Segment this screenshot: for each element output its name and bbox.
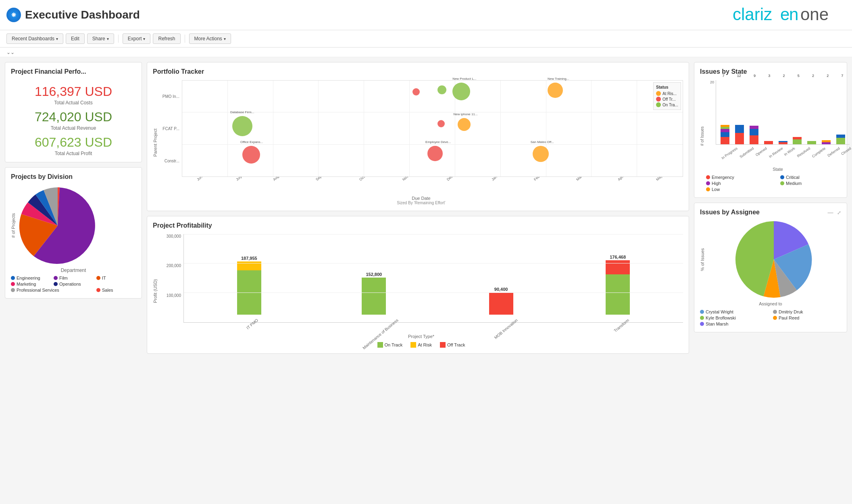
total-costs: 116,397 USD Total Actual Costs (11, 84, 136, 106)
share-button[interactable]: Share ▾ (87, 33, 114, 44)
assignee-header: Issues by Assignee — ⤢ (700, 209, 841, 216)
total-revenue: 724,020 USD Total Actual Revenue (11, 110, 136, 131)
collapse-icon[interactable]: ⌄⌄ (6, 50, 15, 55)
total-profit: 607,623 USD Total Actual Profit (11, 135, 136, 156)
x-closed: Closed (840, 146, 852, 156)
total-profit-label: Total Actual Profit (11, 151, 136, 156)
it-label: IT (102, 276, 106, 280)
crystal-dot (700, 310, 704, 314)
x-march: March... (575, 177, 588, 182)
svg-text:clariz: clariz (733, 5, 772, 24)
svg-text:e: e (780, 5, 790, 24)
bubble-red-office: Office Expans... (242, 146, 260, 164)
more-actions-button[interactable]: More Actions ▾ (189, 33, 231, 44)
x-september: Septem... (315, 177, 329, 182)
chevron-down-icon: ▾ (56, 37, 58, 41)
legend-operations: Operations (54, 282, 93, 286)
on-track-swatch (377, 342, 383, 348)
left-column: Project Financial Perfo... 116,397 USD T… (5, 62, 142, 354)
transform-label: Transform (613, 318, 630, 333)
tick-300k: 300,000 (159, 234, 181, 239)
low-label: Low (712, 187, 720, 192)
on-track-dot (656, 102, 661, 107)
expand-button[interactable]: ⤢ (837, 210, 841, 216)
bar-submitted (735, 125, 744, 144)
export-button[interactable]: Export ▾ (123, 33, 151, 44)
stan-label: Stan Marsh (706, 321, 728, 326)
crystal-label: Crystal Wright (706, 309, 733, 314)
issues-state-chart: 20 7 12 9 3 (706, 80, 850, 192)
prof-services-dot (11, 288, 15, 292)
bar-in-work (779, 141, 787, 144)
x-february: Februa... (533, 177, 547, 182)
marketing-dot (11, 282, 15, 286)
edit-button[interactable]: Edit (66, 33, 85, 44)
issues-state-wrapper: # of Issues 20 7 (700, 80, 841, 192)
legend-at-risk: At Risk (410, 342, 432, 348)
x-august: August... (272, 177, 286, 182)
count-in-progress: 7 (723, 74, 725, 78)
chevron-down-icon: ▾ (143, 37, 145, 41)
bar-in-progress (721, 125, 729, 144)
count-deferred: 2 (827, 74, 829, 78)
legend-kyle: Kyle Broflowski (700, 315, 768, 320)
header: ❋ Executive Dashboard clariz e ̇ n one (0, 0, 852, 30)
mob-innovation-red (489, 292, 513, 315)
count-resolved: 5 (798, 74, 800, 78)
portfolio-y-label: Parent Project (153, 80, 158, 205)
on-track-label: On Track (385, 342, 403, 347)
refresh-button[interactable]: Refresh (153, 33, 180, 44)
tick-100k: 100,000 (159, 293, 181, 298)
toolbar-divider (118, 35, 119, 43)
x-january: Januar... (491, 177, 504, 182)
recent-dashboards-button[interactable]: Recent Dashboards ▾ (6, 33, 63, 44)
x-july: July... (235, 177, 245, 182)
legend-high: High (706, 181, 775, 186)
x-in-progress: In Progress (721, 146, 738, 160)
minimize-button[interactable]: — (827, 209, 833, 216)
bubble-red-fcat (437, 120, 445, 127)
off-track-swatch (440, 342, 446, 348)
profitability-bars: 187,955 IT PMO 152,800 (184, 234, 683, 322)
total-profit-value: 607,623 USD (11, 135, 136, 150)
chevron-down-icon: ▾ (107, 37, 109, 41)
legend-crystal-wright: Crystal Wright (700, 309, 768, 314)
bar-mob: 152,800 Maintenance of Business (351, 272, 396, 322)
tick-200k: 200,000 (159, 263, 181, 268)
kyle-label: Kyle Broflowski (706, 315, 736, 320)
prof-services-label: Professional Services (17, 288, 59, 292)
state-tick-20: 20 (706, 80, 714, 84)
count-in-work: 2 (783, 74, 785, 78)
count-in-review: 3 (768, 74, 770, 78)
portfolio-tracker-card: Portfolio Tracker Parent Project PMO In.… (147, 62, 689, 211)
legend-on-track: On Tra... (656, 102, 678, 107)
legend-professional-services: Professional Services (11, 288, 93, 292)
portfolio-grid: PMO In... FCAT P... Constr... (159, 80, 683, 177)
division-legend: Engineering Film IT Marketing Operations (11, 276, 136, 292)
app-icon: ❋ (6, 8, 21, 22)
paul-dot (773, 316, 777, 320)
state-x-labels: In Progress Submitted Opened In Review I… (717, 145, 850, 167)
x-june: June... (196, 177, 207, 182)
bar-complete (807, 141, 816, 144)
bubble-green-database: Database Firm... (232, 116, 252, 136)
bar-opened (750, 126, 758, 144)
operations-dot (54, 282, 58, 286)
transform-stack (606, 260, 630, 315)
svg-text:n: n (789, 5, 798, 24)
total-revenue-label: Total Actual Revenue (11, 125, 136, 131)
profitability-bar-wrapper: 300,000 200,000 100,000 (159, 234, 683, 323)
total-costs-value: 116,397 USD (11, 84, 136, 99)
marketing-label: Marketing (17, 282, 36, 286)
assignee-chart-wrapper: % of Issues (700, 219, 841, 300)
chevron-down-icon: ▾ (224, 37, 226, 41)
emergency-dot (706, 175, 710, 179)
project-profitability-card: Project Profitability Profit (USD) 300,0… (147, 216, 689, 354)
state-legend: Emergency Critical High Medium (706, 175, 850, 192)
projects-by-division-card: Projects by Division # of Projects (5, 167, 142, 299)
assignee-header-controls: — ⤢ (827, 209, 841, 216)
paul-label: Paul Reed (779, 315, 799, 320)
issues-state-bars-area: 7 12 9 3 2 5 2 2 7 (716, 80, 850, 145)
operations-label: Operations (59, 282, 81, 286)
profitability-y-ticks: 300,000 200,000 100,000 (159, 234, 183, 323)
